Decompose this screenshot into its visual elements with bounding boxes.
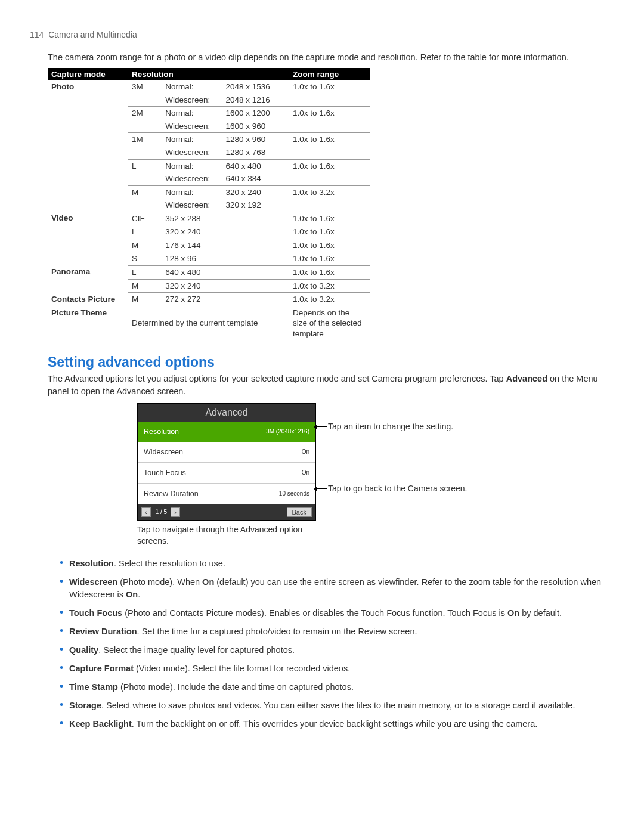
back-button[interactable]: Back — [287, 507, 312, 517]
row-value: 10 seconds — [279, 490, 309, 497]
mode-panorama: Panorama — [48, 265, 128, 292]
table-cell: Widescreen: — [162, 94, 222, 107]
callout-tap-item: Tap an item to change the setting. — [328, 421, 467, 432]
mode-video: Video — [48, 212, 128, 265]
table-cell: Depends on the size of the selected temp… — [289, 306, 370, 340]
list-item: Storage. Select where to save photos and… — [60, 699, 614, 712]
table-cell: L — [128, 225, 162, 239]
table-cell: 2M — [128, 107, 162, 133]
table-cell: 1.0x to 3.2x — [289, 185, 370, 212]
mode-picture-theme: Picture Theme — [48, 306, 128, 340]
table-cell: 272 x 272 — [162, 293, 289, 306]
chapter-title: Camera and Multimedia — [48, 30, 137, 39]
table-cell: Normal: — [162, 80, 222, 94]
list-item: Touch Focus (Photo and Contacts Picture … — [60, 607, 614, 620]
table-cell: Normal: — [162, 107, 222, 120]
table-cell: CIF — [128, 212, 162, 225]
callout-navigate: Tap to navigate through the Advanced opt… — [137, 524, 316, 547]
table-cell: 640 x 384 — [222, 172, 290, 185]
table-cell: M — [128, 239, 162, 252]
table-cell: Determined by the current template — [128, 306, 289, 340]
table-cell: 1M — [128, 133, 162, 159]
row-touch-focus[interactable]: Touch Focus On — [138, 463, 315, 484]
row-value: 3M (2048x1216) — [266, 428, 309, 435]
row-label: Widescreen — [144, 448, 183, 456]
table-cell: 2048 x 1536 — [222, 80, 290, 94]
row-resolution[interactable]: Resolution 3M (2048x1216) — [138, 422, 315, 442]
row-value: On — [302, 469, 309, 476]
advanced-screen-mockup: Advanced Resolution 3M (2048x1216) Wides… — [137, 403, 316, 521]
row-widescreen[interactable]: Widescreen On — [138, 442, 315, 463]
table-cell: 1600 x 960 — [222, 120, 290, 133]
table-cell: 2048 x 1216 — [222, 94, 290, 107]
table-cell: L — [128, 159, 162, 185]
callout-back: Tap to go back to the Camera screen. — [328, 483, 467, 494]
table-cell: S — [128, 252, 162, 266]
zoom-range-table: Capture mode Resolution Zoom range Photo… — [48, 68, 370, 340]
table-cell: 1.0x to 1.6x — [289, 212, 370, 225]
table-cell: M — [128, 185, 162, 212]
mode-photo: Photo — [48, 80, 128, 212]
table-cell: 1.0x to 1.6x — [289, 225, 370, 239]
row-value: On — [302, 448, 309, 455]
table-cell: 1.0x to 1.6x — [289, 239, 370, 252]
table-cell: 352 x 288 — [162, 212, 289, 225]
list-item: Resolution. Select the resolution to use… — [60, 558, 614, 570]
table-cell: Normal: — [162, 185, 222, 199]
row-label: Resolution — [144, 428, 179, 436]
table-cell: M — [128, 293, 162, 306]
table-cell: 640 x 480 — [162, 265, 289, 279]
options-list: Resolution. Select the resolution to use… — [60, 558, 614, 730]
th-capture-mode: Capture mode — [48, 68, 128, 80]
section-paragraph: The Advanced options let you adjust opti… — [48, 373, 614, 397]
table-cell: Widescreen: — [162, 172, 222, 185]
table-cell: 1.0x to 1.6x — [289, 159, 370, 185]
table-cell: M — [128, 279, 162, 293]
table-cell: Widescreen: — [162, 146, 222, 159]
advanced-title: Advanced — [138, 404, 315, 422]
row-label: Review Duration — [144, 490, 199, 498]
page-number: 114 — [30, 30, 44, 39]
table-cell: 1.0x to 1.6x — [289, 133, 370, 159]
list-item: Quality. Select the image quality level … — [60, 644, 614, 657]
table-cell: L — [128, 265, 162, 279]
section-heading: Setting advanced options — [48, 354, 614, 370]
page-header: 114 Camera and Multimedia — [30, 30, 614, 39]
pager-text: 1 / 5 — [156, 509, 167, 515]
table-cell: Normal: — [162, 159, 222, 172]
table-cell: 1.0x to 1.6x — [289, 107, 370, 133]
advanced-footer: ‹ 1 / 5 › Back — [138, 504, 315, 520]
table-cell: 320 x 192 — [222, 199, 290, 212]
list-item: Keep Backlight. Turn the backlight on or… — [60, 718, 614, 730]
list-item: Review Duration. Set the time for a capt… — [60, 625, 614, 638]
table-cell: 1.0x to 1.6x — [289, 265, 370, 279]
table-cell: 320 x 240 — [222, 185, 290, 199]
list-item: Widescreen (Photo mode). When On (defaul… — [60, 576, 614, 601]
table-cell: 176 x 144 — [162, 239, 289, 252]
next-page-button[interactable]: › — [171, 507, 180, 517]
th-resolution: Resolution — [128, 68, 289, 80]
table-cell: Normal: — [162, 133, 222, 146]
row-label: Touch Focus — [144, 469, 186, 477]
intro-text: The camera zoom range for a photo or a v… — [48, 51, 614, 63]
table-cell: 3M — [128, 80, 162, 107]
table-cell: Widescreen: — [162, 120, 222, 133]
table-cell: 320 x 240 — [162, 279, 289, 293]
mode-contacts-picture: Contacts Picture — [48, 293, 128, 306]
row-review-duration[interactable]: Review Duration 10 seconds — [138, 484, 315, 504]
table-cell: 1.0x to 1.6x — [289, 80, 370, 107]
table-cell: 1280 x 960 — [222, 133, 290, 146]
table-cell: 1.0x to 3.2x — [289, 293, 370, 306]
table-cell: 128 x 96 — [162, 252, 289, 266]
table-cell: 320 x 240 — [162, 225, 289, 239]
table-cell: 1280 x 768 — [222, 146, 290, 159]
table-cell: 1.0x to 3.2x — [289, 279, 370, 293]
table-cell: 1600 x 1200 — [222, 107, 290, 120]
th-zoom-range: Zoom range — [289, 68, 370, 80]
list-item: Capture Format (Video mode). Select the … — [60, 662, 614, 675]
prev-page-button[interactable]: ‹ — [141, 507, 151, 517]
list-item: Time Stamp (Photo mode). Include the dat… — [60, 681, 614, 693]
table-cell: 640 x 480 — [222, 159, 290, 172]
table-cell: Widescreen: — [162, 199, 222, 212]
table-cell: 1.0x to 1.6x — [289, 252, 370, 266]
